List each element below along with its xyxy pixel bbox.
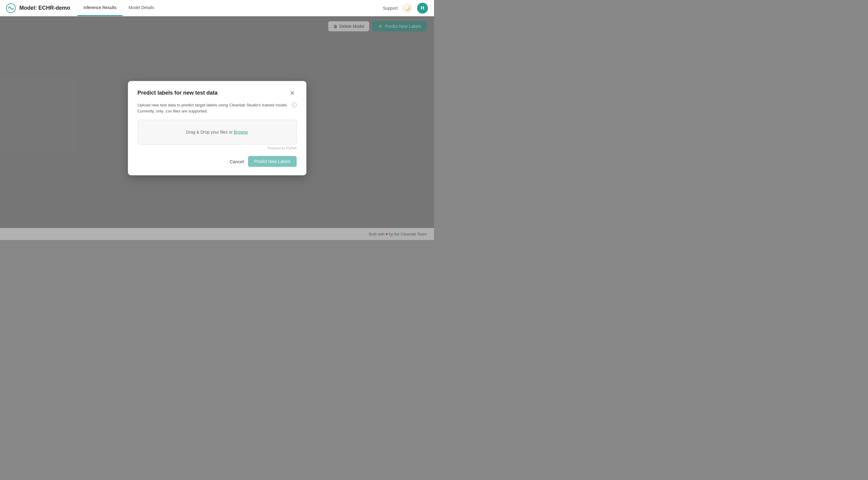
page-title: Model: ECHR-demo (19, 5, 70, 11)
powered-by-label: Powered by PQINA (137, 146, 297, 150)
cleanlab-logo (6, 3, 16, 13)
modal-footer: Cancel Predict New Labels (137, 156, 297, 167)
browse-link[interactable]: Browse (234, 130, 248, 134)
user-avatar[interactable]: H (417, 3, 428, 13)
modal-predict-button[interactable]: Predict New Labels (248, 156, 297, 167)
info-icon: i (292, 102, 297, 107)
navbar-tabs: Inference Results Model Details (78, 0, 160, 16)
predict-labels-modal: Predict labels for new test data ✕ Uploa… (128, 81, 306, 175)
file-dropzone[interactable]: Drag & Drop your files or Browse (137, 120, 297, 145)
moon-icon: 🌙 (405, 6, 410, 10)
modal-overlay: Predict labels for new test data ✕ Uploa… (0, 16, 434, 240)
navbar: Model: ECHR-demo Inference Results Model… (0, 0, 434, 16)
modal-description: Upload new test data to predict target l… (137, 102, 297, 115)
modal-header: Predict labels for new test data ✕ (137, 90, 297, 97)
main-content: 🗑 Delete Model ⚡ Predict New Labels Pred… (0, 16, 434, 240)
navbar-right: Support 🌙 H (383, 3, 428, 13)
tab-inference-results[interactable]: Inference Results (78, 0, 123, 16)
tab-model-details[interactable]: Model Details (123, 0, 160, 16)
support-link[interactable]: Support (383, 6, 398, 10)
theme-toggle-button[interactable]: 🌙 (403, 3, 412, 13)
modal-close-button[interactable]: ✕ (288, 90, 297, 97)
cancel-button[interactable]: Cancel (229, 159, 244, 164)
modal-title: Predict labels for new test data (137, 90, 218, 96)
